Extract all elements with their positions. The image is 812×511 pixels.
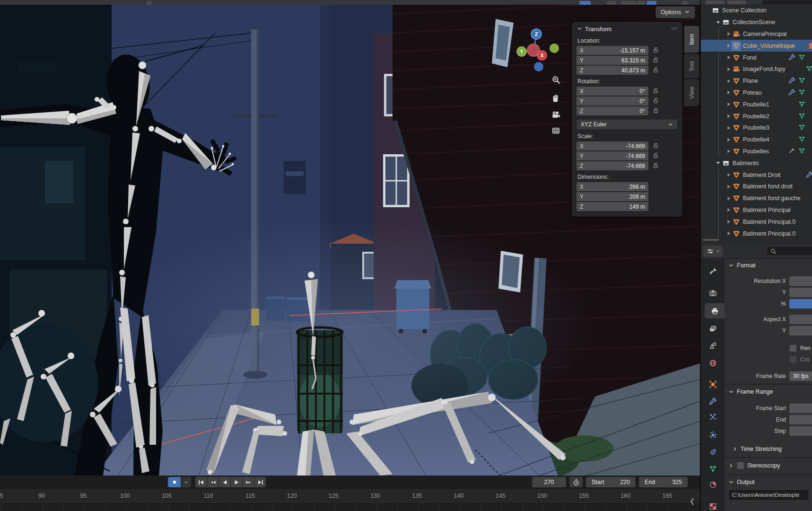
outliner-row-cameraprincipal[interactable]: CameraPrincipal xyxy=(701,28,812,40)
outliner-row-poubelle3[interactable]: Poubelle3 xyxy=(701,122,812,134)
outliner-header-fragment[interactable] xyxy=(706,0,725,4)
options-button[interactable]: Options xyxy=(656,7,695,18)
frame-start-field[interactable]: Start 220 xyxy=(586,477,636,487)
outliner-header-fragment[interactable] xyxy=(727,0,746,4)
frame-rate-field[interactable]: 30 fps xyxy=(789,371,812,381)
scale-y-field[interactable]: Y-74.669 xyxy=(576,151,648,160)
outliner-row-batiment-droit[interactable]: Batiment Droit xyxy=(701,169,812,181)
rotation-x-field[interactable]: X0° xyxy=(576,87,648,96)
lock-open-icon[interactable] xyxy=(652,142,659,150)
checkbox[interactable] xyxy=(789,344,797,352)
expand-icon[interactable] xyxy=(725,195,732,202)
expand-icon[interactable] xyxy=(725,184,732,190)
properties-tab-particles[interactable] xyxy=(701,409,725,424)
properties-tab-object-data[interactable] xyxy=(701,461,725,476)
expand-icon[interactable] xyxy=(725,172,732,178)
outliner-row-batiment-fond-droit[interactable]: Batiment fond droit xyxy=(701,181,812,193)
prop-field[interactable] xyxy=(789,276,812,286)
collapse-icon[interactable] xyxy=(714,19,722,26)
sidebar-tab-view[interactable]: View xyxy=(684,79,699,106)
navigation-gizmo[interactable]: Z Y X xyxy=(510,18,567,77)
panel-grip-icon[interactable] xyxy=(671,25,678,34)
mesh-data-icon[interactable] xyxy=(798,53,805,62)
lock-open-icon[interactable] xyxy=(652,56,659,65)
outliner-row-cube-volum-trique[interactable]: Cube_Volumétrique xyxy=(701,40,812,52)
outliner-row-collectionscene[interactable]: CollectionScene xyxy=(701,17,812,28)
current-frame-field[interactable]: 270 xyxy=(532,477,566,487)
outliner-row-imagefond-fspy[interactable]: ImageFond.fspy xyxy=(701,63,812,75)
3d-viewport[interactable]: Options Z Y X xyxy=(0,5,700,476)
header-toggle-fragment[interactable] xyxy=(579,1,591,5)
expand-icon[interactable] xyxy=(725,219,732,225)
location-y-field[interactable]: Y63.315 m xyxy=(576,56,648,65)
prop-field[interactable] xyxy=(789,404,812,413)
properties-tab-object[interactable] xyxy=(701,377,725,392)
jump-end-button[interactable] xyxy=(254,477,266,487)
prop-field[interactable] xyxy=(789,326,812,335)
outliner-row-batiment-principal[interactable]: Batiment Principal xyxy=(701,204,812,216)
rotation-y-field[interactable]: Y0° xyxy=(576,97,648,106)
outliner-row-batiment-fond-gauche[interactable]: Batiment fond gauche xyxy=(701,193,812,204)
dimensions-z-field[interactable]: Z149 m xyxy=(576,202,648,211)
pan-hand-icon[interactable] xyxy=(549,90,563,105)
mesh-data-icon[interactable] xyxy=(798,88,805,97)
prev-keyframe-button[interactable] xyxy=(207,477,218,487)
prop-field[interactable] xyxy=(789,299,812,308)
outliner-search-fragment[interactable] xyxy=(762,0,812,4)
properties-tab-modifiers[interactable] xyxy=(701,393,725,408)
scale-x-field[interactable]: X-74.669 xyxy=(576,141,648,150)
lock-open-icon[interactable] xyxy=(652,46,659,55)
outliner-row-poubelles[interactable]: Poubelles xyxy=(701,146,812,158)
collapse-icon[interactable] xyxy=(714,160,722,166)
expand-icon[interactable] xyxy=(725,89,732,96)
lock-open-icon[interactable] xyxy=(652,66,659,75)
sidebar-tab-item[interactable]: Item xyxy=(684,26,699,53)
outliner-row-scene-collection[interactable]: Scene Collection xyxy=(701,5,812,17)
play-reverse-button[interactable] xyxy=(219,477,230,487)
properties-tab-texture[interactable] xyxy=(701,499,725,511)
format-panel-header[interactable]: Format xyxy=(725,258,812,271)
auto-keying-dropdown[interactable] xyxy=(181,477,191,487)
expand-icon[interactable] xyxy=(725,148,732,154)
next-keyframe-button[interactable] xyxy=(243,477,254,487)
frame-range-panel-header[interactable]: Frame Range xyxy=(725,385,812,397)
mesh-data-icon[interactable] xyxy=(798,100,805,109)
properties-tab-constraints[interactable] xyxy=(701,444,725,459)
expand-icon[interactable] xyxy=(725,230,732,237)
checkbox[interactable] xyxy=(789,356,797,363)
header-fragment[interactable] xyxy=(607,1,616,5)
expand-icon[interactable] xyxy=(725,207,732,213)
expand-icon[interactable] xyxy=(725,101,732,107)
prop-field[interactable] xyxy=(789,426,812,436)
expand-icon[interactable] xyxy=(725,125,732,131)
outliner-row-poubelle1[interactable]: Poubelle1 xyxy=(701,98,812,110)
rotation-mode-dropdown[interactable]: XYZ Euler xyxy=(576,119,678,130)
auto-keying-toggle[interactable] xyxy=(168,477,181,487)
expand-icon[interactable] xyxy=(725,43,732,49)
outliner-row-poubelle2[interactable]: Poubelle2 xyxy=(701,110,812,122)
properties-tab-tool[interactable] xyxy=(701,263,725,278)
transform-panel-header[interactable]: Transform xyxy=(576,25,678,34)
use-preview-range-clock-button[interactable] xyxy=(569,477,583,487)
properties-tab-view-layer[interactable] xyxy=(701,321,725,336)
properties-search-input[interactable] xyxy=(766,246,812,256)
header-toggle-fragment[interactable] xyxy=(647,1,656,5)
mesh-data-icon[interactable] xyxy=(798,147,805,156)
editor-type-button[interactable] xyxy=(703,246,723,257)
timeline-track-area[interactable] xyxy=(0,503,700,511)
lock-open-icon[interactable] xyxy=(652,97,659,106)
prop-field[interactable] xyxy=(789,288,812,297)
expand-icon[interactable] xyxy=(725,113,732,119)
outliner-row-poubelle4[interactable]: Poubelle4 xyxy=(701,134,812,146)
lock-open-icon[interactable] xyxy=(652,162,659,170)
stereoscopy-panel-header[interactable]: Stereoscopy xyxy=(725,458,812,471)
expand-icon[interactable] xyxy=(725,137,732,143)
modifier-wrench-icon[interactable] xyxy=(788,88,795,97)
header-fragment[interactable] xyxy=(682,1,688,5)
properties-tab-render[interactable] xyxy=(701,285,725,300)
outliner-row-batiments[interactable]: Batiments xyxy=(701,157,812,169)
outliner-row-batiment-principal-0[interactable]: Batiment Principal.0 xyxy=(701,216,812,228)
outliner-row-plane[interactable]: Plane xyxy=(701,75,812,87)
curve-arrow-icon[interactable] xyxy=(788,147,795,156)
properties-tab-output[interactable] xyxy=(705,303,725,318)
